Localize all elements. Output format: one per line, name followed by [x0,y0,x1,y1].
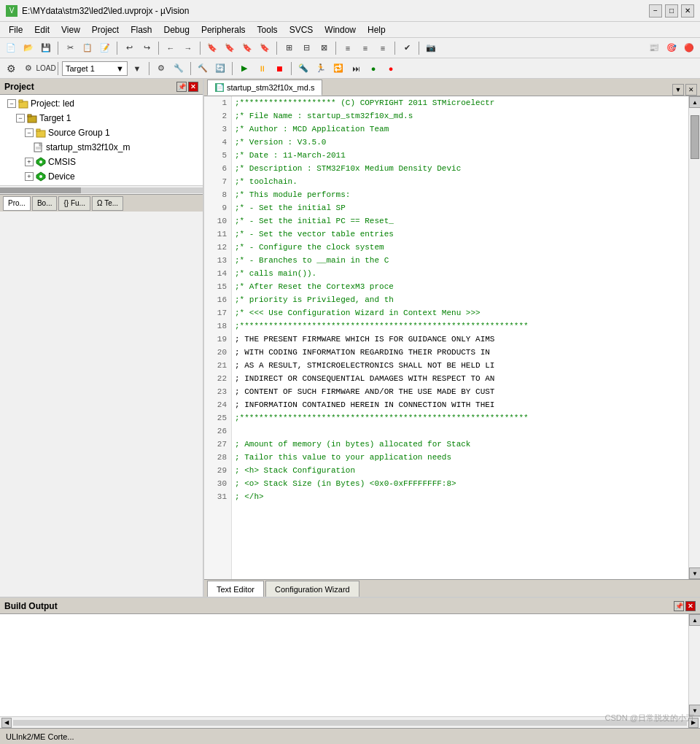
scroll-down-button[interactable]: ▼ [689,567,700,579]
code-line-27[interactable]: ; Amount of memory (in bytes) allocated … [235,438,685,451]
code-line-9[interactable]: ;* - Set the initial SP [235,201,685,214]
grid2-button[interactable]: ⊟ [298,40,314,56]
tree-item-startup[interactable]: startup_stm32f10x_m [0,140,203,155]
build-pin-button[interactable]: 📌 [674,601,684,611]
menu-item-project[interactable]: Project [86,23,125,36]
code-line-30[interactable]: ; <o> Stack Size (in Bytes) <0x0-0xFFFFF… [235,477,685,490]
list1-button[interactable]: ≡ [340,40,356,56]
code-line-15[interactable]: ;* After Reset the CortexM3 proce [235,280,685,293]
code-line-2[interactable]: ;* File Name : startup_stm32f10x_md.s [235,109,685,123]
tree-item-cmsis[interactable]: + CMSIS [0,155,203,169]
panel-scroll-thumb[interactable] [0,187,81,193]
panel-tab-functions[interactable]: {} Fu... [58,196,90,211]
code-line-3[interactable]: ;* Author : MCD Application Team [235,123,685,136]
debug-btn[interactable]: 🔦 [295,61,311,77]
debug4-btn[interactable]: ⏭ [348,61,364,77]
build-scroll-area[interactable] [689,626,700,705]
code-line-21[interactable]: ; AS A RESULT, STMICROELECTRONICS SHALL … [235,359,685,372]
code-editor[interactable]: 1234567891011121314151617181920212223242… [204,96,688,579]
debug5-btn[interactable]: ● [365,61,381,77]
maximize-button[interactable]: □ [665,4,678,18]
component2-btn[interactable]: ⚙ [20,61,36,77]
dropdown-options[interactable]: ▼ [129,61,145,77]
debug2-btn[interactable]: 🏃 [313,61,329,77]
build-btn[interactable]: 🔨 [195,61,211,77]
code-content[interactable]: ;******************** (C) COPYRIGHT 2011… [232,96,688,579]
extra1-button[interactable]: 📰 [646,40,662,56]
cut-button[interactable]: ✂ [62,40,78,56]
code-line-29[interactable]: ; <h> Stack Configuration [235,464,685,477]
editor-tab-config[interactable]: Configuration Wizard [265,581,359,597]
back-button[interactable]: ← [163,40,179,56]
save-button[interactable]: 💾 [38,40,54,56]
stop-btn[interactable]: ⏹ [271,61,287,77]
grid1-button[interactable]: ⊞ [281,40,297,56]
panel-tab-templates[interactable]: Ω Te... [92,196,123,211]
menu-item-help[interactable]: Help [362,23,392,36]
menu-item-view[interactable]: View [55,23,86,36]
code-line-23[interactable]: ; CONTENT OF SUCH FIRMWARE AND/OR THE US… [235,385,685,398]
build-close-button[interactable]: ✕ [685,601,696,611]
list3-button[interactable]: ≡ [375,40,391,56]
code-line-17[interactable]: ;* <<< Use Configuration Wizard in Conte… [235,306,685,319]
scroll-thumb[interactable] [691,115,699,159]
redo-button[interactable]: ↪ [139,40,155,56]
code-line-10[interactable]: ;* - Set the initial PC == Reset_ [235,214,685,228]
copy-button[interactable]: 📋 [79,40,96,56]
project-pin-button[interactable]: 📌 [176,82,187,92]
code-line-12[interactable]: ;* - Configure the clock system [235,241,685,254]
menu-item-tools[interactable]: Tools [252,23,284,36]
tree-item-target[interactable]: − Target 1 [0,111,203,125]
bookmark4-button[interactable]: 🔖 [257,40,273,56]
menu-item-peripherals[interactable]: Peripherals [195,23,252,36]
code-line-4[interactable]: ;* Version : V3.5.0 [235,136,685,149]
code-line-13[interactable]: ;* - Branches to __main in the C [235,254,685,267]
camera-button[interactable]: 📷 [423,40,439,56]
tree-item-sourcegroup[interactable]: − Source Group 1 [0,125,203,140]
expand-target[interactable]: − [16,114,25,123]
close-button[interactable]: ✕ [681,4,694,18]
code-line-18[interactable]: ;***************************************… [235,319,685,333]
grid3-button[interactable]: ⊠ [316,40,332,56]
panel-tab-books[interactable]: Bo... [32,196,58,211]
scroll-up-button[interactable]: ▲ [689,96,700,108]
list2-button[interactable]: ≡ [357,40,373,56]
panel-hscrollbar[interactable] [0,185,203,194]
extra2-button[interactable]: 🎯 [664,40,680,56]
code-line-24[interactable]: ; INFORMATION CONTAINED HEREIN IN CONNEC… [235,398,685,411]
scroll-area[interactable] [689,108,700,567]
code-line-28[interactable]: ; Tailor this value to your application … [235,451,685,464]
code-line-1[interactable]: ;******************** (C) COPYRIGHT 2011… [235,96,685,109]
code-line-11[interactable]: ;* - Set the vector table entries [235,228,685,241]
menu-item-svcs[interactable]: SVCS [284,23,319,36]
code-line-6[interactable]: ;* Description : STM32F10x Medium Densit… [235,162,685,175]
tab-startup[interactable]: 📄 startup_stm32f10x_md.s [207,80,322,96]
code-line-26[interactable] [235,425,685,438]
expand-project[interactable]: − [7,99,16,108]
code-line-25[interactable]: ;***************************************… [235,411,685,425]
menu-item-edit[interactable]: Edit [28,23,55,36]
build-scroll-up[interactable]: ▲ [689,614,700,626]
bookmark3-button[interactable]: 🔖 [239,40,255,56]
debug6-btn[interactable]: ● [383,61,399,77]
code-line-22[interactable]: ; INDIRECT OR CONSEQUENTIAL DAMAGES WITH… [235,372,685,385]
tab-close-button[interactable]: ✕ [685,84,697,96]
expand-cmsis[interactable]: + [25,158,34,166]
settings3-btn[interactable]: 🔧 [171,61,187,77]
target-dropdown[interactable]: Target 1 ▼ [62,61,128,76]
tab-dropdown-button[interactable]: ▼ [672,84,684,96]
bookmark2-button[interactable]: 🔖 [222,40,238,56]
load-btn[interactable]: LOAD [38,61,54,77]
undo-button[interactable]: ↩ [121,40,137,56]
run-btn[interactable]: ▶ [236,61,252,77]
open-button[interactable]: 📂 [20,40,36,56]
settings2-btn[interactable]: ⚙ [153,61,169,77]
code-line-14[interactable]: ;* calls main()). [235,267,685,280]
menu-item-file[interactable]: File [3,23,28,36]
code-line-8[interactable]: ;* This module performs: [235,188,685,201]
build-hscroll-left[interactable]: ◀ [1,718,12,728]
check-button[interactable]: ✔ [399,40,415,56]
code-line-16[interactable]: ;* priority is Privileged, and th [235,293,685,306]
code-line-5[interactable]: ;* Date : 11-March-2011 [235,149,685,162]
code-line-7[interactable]: ;* toolchain. [235,175,685,188]
